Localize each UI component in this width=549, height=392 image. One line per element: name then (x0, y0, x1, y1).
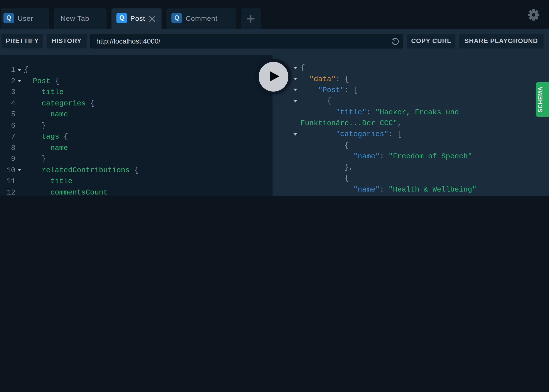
svg-text:SCHEMA: SCHEMA (537, 86, 543, 112)
